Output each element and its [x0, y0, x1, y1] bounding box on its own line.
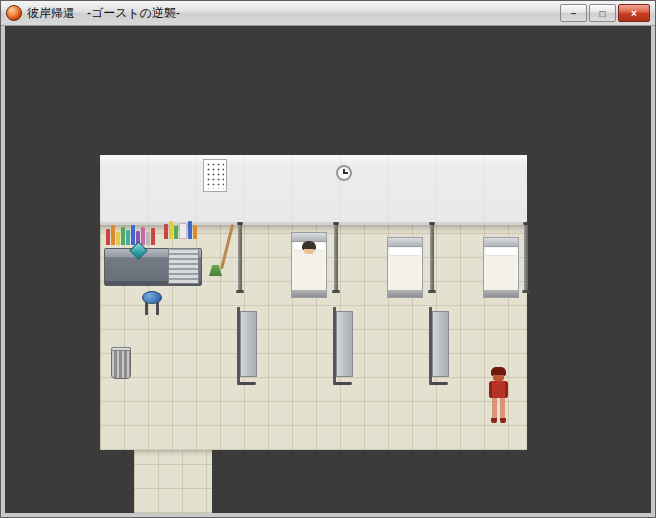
game-window: 彼岸帰還 -ゴーストの逆襲- – □ ×: [0, 0, 656, 518]
medicine-bottle: [106, 229, 110, 245]
bed-footboard: [484, 290, 518, 297]
curtain-pole-3: [430, 224, 434, 292]
sleeping-character: [302, 241, 316, 254]
trash-can-rim: [111, 347, 131, 351]
privacy-screen-1: [237, 307, 259, 385]
medicine-bottle: [174, 226, 178, 239]
pole-base: [236, 290, 244, 293]
red-ghost-legs: [486, 398, 510, 418]
client-area: [5, 26, 651, 513]
clock-hour-hand: [344, 172, 348, 174]
screen-feet: [239, 382, 256, 385]
privacy-screen-3: [429, 307, 451, 385]
minimize-button[interactable]: –: [560, 4, 587, 22]
pole-base: [332, 290, 340, 293]
titlebar[interactable]: 彼岸帰還 -ゴーストの逆襲- – □ ×: [1, 1, 655, 26]
stool-leg: [145, 302, 148, 315]
maximize-button[interactable]: □: [589, 4, 616, 22]
bed-occupied: [291, 232, 327, 298]
pole-cap: [429, 222, 435, 225]
bed-pillow: [486, 248, 516, 256]
red-ghost-foot: [500, 418, 506, 423]
curtain-pole-4: [524, 224, 528, 292]
medicine-bottle: [116, 232, 120, 245]
red-ghost-character: [486, 367, 510, 435]
medicine-bottle: [141, 227, 145, 245]
pole-cap: [237, 222, 243, 225]
sleeping-character-face: [304, 249, 314, 254]
tray-stack: [168, 248, 199, 284]
stool-legs: [145, 302, 159, 315]
medicine-bottle: [126, 230, 130, 245]
screen-panel: [240, 311, 257, 377]
bed-empty-1: [387, 237, 423, 298]
screen-feet: [431, 382, 448, 385]
broom: [206, 223, 232, 277]
window-title: 彼岸帰還 -ゴーストの逆襲-: [27, 5, 555, 22]
stool-leg: [156, 302, 159, 315]
blue-stool: [142, 291, 162, 319]
bed-blanket: [294, 251, 324, 290]
red-ghost-feet: [486, 418, 510, 423]
pole-base: [428, 290, 436, 293]
eye-chart: [203, 159, 227, 192]
window-controls: – □ ×: [560, 4, 650, 22]
corridor-floor: [134, 450, 212, 513]
medicine-bottle: [121, 227, 125, 245]
bed-footboard: [292, 290, 326, 297]
bed-headboard: [388, 238, 422, 247]
bed-headboard: [484, 238, 518, 247]
medicine-bottle: [151, 228, 155, 245]
medicine-bottles-shelf-2: [164, 219, 200, 239]
red-ghost-leg: [492, 398, 497, 418]
medicine-bottle: [146, 232, 150, 245]
broom-handle: [220, 224, 234, 269]
curtain-pole-1: [238, 224, 242, 292]
medicine-bottle: [131, 225, 135, 245]
curtain-pole-2: [334, 224, 338, 292]
red-ghost-foot: [491, 418, 497, 423]
bed-empty-2: [483, 237, 519, 298]
medicine-bottles-shelf: [106, 223, 162, 245]
bed-blanket: [390, 256, 420, 290]
pole-base: [522, 290, 530, 293]
medicine-box: [179, 223, 187, 239]
game-screen[interactable]: [100, 155, 527, 513]
medicine-bottle: [111, 225, 115, 245]
pole-cap: [333, 222, 339, 225]
close-button[interactable]: ×: [618, 4, 650, 22]
medicine-bottle: [188, 221, 192, 239]
back-wall: [100, 155, 527, 225]
medicine-bottle: [193, 225, 197, 239]
medicine-bottle: [169, 221, 173, 239]
bed-pillow: [390, 248, 420, 256]
screen-panel: [336, 311, 353, 377]
app-icon: [6, 5, 22, 21]
bed-blanket: [486, 256, 516, 290]
screen-feet: [335, 382, 352, 385]
medicine-bottle: [164, 224, 168, 239]
pole-cap: [523, 222, 529, 225]
eye-chart-rows: [206, 162, 224, 189]
bed-footboard: [388, 290, 422, 297]
red-ghost-leg: [500, 398, 505, 418]
screen-panel: [432, 311, 449, 377]
wall-clock-icon: [336, 165, 352, 181]
trash-can: [111, 347, 131, 379]
privacy-screen-2: [333, 307, 355, 385]
red-ghost-torso: [489, 381, 508, 398]
